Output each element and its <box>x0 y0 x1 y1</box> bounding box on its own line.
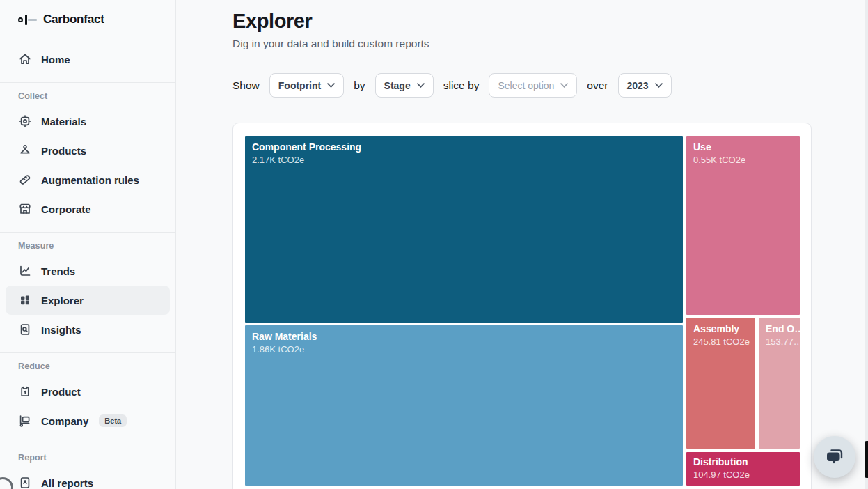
block-label: Distribution <box>693 456 793 467</box>
main-content: Explorer Dig in your data and build cust… <box>177 0 868 489</box>
treemap-block-assembly[interactable]: Assembly 245.81 tCO2e <box>686 318 755 449</box>
block-value: 2.17K tCO2e <box>252 155 676 165</box>
sidebar-item-label: Products <box>41 145 86 157</box>
sidebar-item-label: Company <box>41 415 88 427</box>
chevron-down-icon <box>560 83 568 88</box>
document-search-icon <box>18 323 32 336</box>
hanger-icon <box>18 143 32 157</box>
window-right-edge <box>865 0 868 489</box>
section-label-reduce: Reduce <box>18 362 175 371</box>
treemap-block-component-processing[interactable]: Component Processing 2.17K tCO2e <box>245 136 683 323</box>
sidebar-item-label: Augmentation rules <box>41 174 139 186</box>
sidebar-item-trends[interactable]: Trends <box>6 256 170 286</box>
block-label: Component Processing <box>252 141 676 153</box>
chat-widget-button[interactable] <box>814 436 855 478</box>
show-label: Show <box>232 79 260 92</box>
materials-icon <box>18 114 32 128</box>
sidebar-item-explorer[interactable]: Explorer <box>6 286 170 315</box>
sidebar-item-label: Corporate <box>41 203 91 215</box>
section-label-collect: Collect <box>18 91 175 101</box>
divider <box>0 444 175 444</box>
block-label: Use <box>693 141 793 153</box>
page-title: Explorer <box>232 10 812 33</box>
block-label: End O… <box>766 323 793 334</box>
brand-name: Carbonfact <box>43 13 104 26</box>
year-select-value: 2023 <box>627 80 649 91</box>
trend-chart-icon <box>18 264 32 278</box>
chevron-down-icon <box>327 83 335 88</box>
treemap-block-raw-materials[interactable]: Raw Materials 1.86K tCO2e <box>245 325 683 486</box>
treemap-block-end-of-life[interactable]: End O… 153.77… <box>759 318 800 449</box>
dimension-select[interactable]: Stage <box>375 73 434 98</box>
block-value: 153.77… <box>766 336 793 347</box>
jersey-icon <box>18 385 32 398</box>
slice-select-placeholder: Select option <box>498 80 554 91</box>
sidebar-item-product[interactable]: Product <box>6 377 170 406</box>
block-value: 104.97 tCO2e <box>693 469 793 480</box>
offscreen-edge-element <box>865 441 868 478</box>
slice-by-label: slice by <box>443 79 480 92</box>
sidebar-item-corporate[interactable]: Corporate <box>6 194 170 224</box>
sidebar-item-all-reports[interactable]: All reports <box>6 468 170 489</box>
dolly-icon <box>18 414 32 428</box>
slice-select[interactable]: Select option <box>489 73 577 98</box>
sidebar-item-label: Explorer <box>41 295 84 306</box>
over-label: over <box>587 79 608 92</box>
block-value: 0.55K tCO2e <box>693 155 793 165</box>
sidebar-item-materials[interactable]: Materials <box>6 107 170 136</box>
sidebar: Carbonfact Home Collect Materials Produc… <box>0 0 176 489</box>
sidebar-item-company[interactable]: Company Beta <box>6 406 170 435</box>
sidebar-item-home[interactable]: Home <box>6 45 170 74</box>
page-subtitle: Dig in your data and build custom report… <box>232 38 812 50</box>
block-value: 245.81 tCO2e <box>693 336 748 347</box>
chevron-down-icon <box>417 83 425 88</box>
chevron-down-icon <box>655 83 663 88</box>
home-icon <box>18 52 32 66</box>
dimension-select-value: Stage <box>384 80 411 91</box>
filter-bar: Show Footprint by Stage slice by Select … <box>232 73 812 98</box>
storefront-icon <box>18 202 32 216</box>
carbonfact-logo-icon <box>18 15 37 25</box>
sidebar-item-augmentation-rules[interactable]: Augmentation rules <box>6 165 170 194</box>
block-label: Raw Materials <box>252 331 676 342</box>
treemap-block-use[interactable]: Use 0.55K tCO2e <box>686 136 800 315</box>
beta-badge: Beta <box>99 414 127 427</box>
section-label-report: Report <box>18 453 175 463</box>
treemap-card: Component Processing 2.17K tCO2e Use 0.5… <box>232 123 812 489</box>
treemap-block-distribution[interactable]: Distribution 104.97 tCO2e <box>686 452 800 486</box>
report-document-icon <box>18 476 32 489</box>
section-label-measure: Measure <box>18 241 175 251</box>
sidebar-item-insights[interactable]: Insights <box>6 315 170 344</box>
sidebar-item-label: Materials <box>41 116 86 127</box>
chat-bubbles-icon <box>824 447 845 467</box>
divider <box>0 82 175 83</box>
grid-icon <box>18 293 32 307</box>
tag-ruler-icon <box>18 173 32 187</box>
year-select[interactable]: 2023 <box>618 73 672 98</box>
block-value: 1.86K tCO2e <box>252 344 676 355</box>
metric-select[interactable]: Footprint <box>269 73 344 98</box>
brand-logo[interactable]: Carbonfact <box>18 13 175 26</box>
by-label: by <box>354 79 365 92</box>
divider <box>0 352 175 353</box>
sidebar-item-label: Home <box>41 54 70 65</box>
sidebar-item-label: Product <box>41 386 81 398</box>
sidebar-item-label: Trends <box>41 265 75 277</box>
sidebar-item-products[interactable]: Products <box>6 136 170 165</box>
divider <box>232 111 812 111</box>
metric-select-value: Footprint <box>278 80 321 91</box>
sidebar-item-label: Insights <box>41 324 81 336</box>
sidebar-item-label: All reports <box>41 477 93 489</box>
divider <box>0 232 175 233</box>
block-label: Assembly <box>693 323 748 334</box>
